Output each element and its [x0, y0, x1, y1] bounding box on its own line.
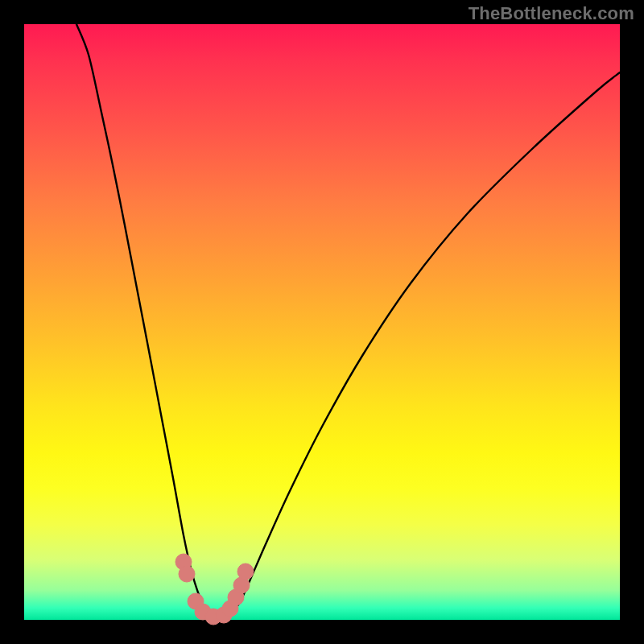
data-marker	[237, 564, 254, 580]
marker-group	[175, 554, 254, 625]
plot-area	[24, 24, 620, 620]
curve-left-branch	[76, 24, 209, 618]
data-marker	[179, 566, 195, 582]
watermark-text: TheBottleneck.com	[469, 3, 634, 24]
curve-svg	[24, 24, 620, 620]
chart-frame: TheBottleneck.com	[0, 0, 644, 644]
curve-right-branch	[225, 72, 620, 618]
